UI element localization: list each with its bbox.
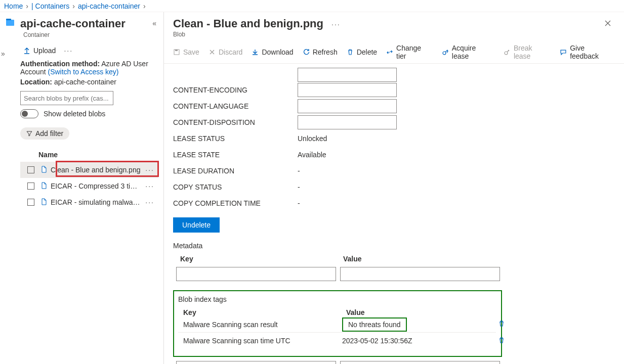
tag-key: Malware Scanning scan time UTC bbox=[183, 337, 342, 345]
download-label: Download bbox=[262, 48, 293, 56]
left-panel: » api-cache-container « Container Upload… bbox=[0, 12, 164, 364]
show-deleted-label: Show deleted blobs bbox=[44, 110, 105, 118]
discard-button: Discard bbox=[209, 48, 242, 56]
break-lease-label: Break lease bbox=[514, 44, 551, 60]
breadcrumb: Home › | Containers › api-cache-containe… bbox=[0, 0, 624, 12]
column-header-name[interactable]: Name bbox=[38, 151, 158, 159]
property-value: - bbox=[298, 167, 300, 175]
svg-rect-1 bbox=[6, 19, 11, 20]
breadcrumb-current[interactable]: api-cache-container bbox=[78, 2, 140, 10]
tags-value-header: Value bbox=[346, 308, 365, 316]
upload-button[interactable]: Upload bbox=[23, 47, 56, 55]
tag-key-input[interactable] bbox=[176, 361, 336, 364]
file-icon bbox=[40, 198, 48, 207]
blob-row[interactable]: EICAR - Compressed 3 time...··· bbox=[20, 178, 158, 194]
metadata-key-input[interactable] bbox=[176, 267, 336, 281]
right-panel: Clean - Blue and benign.png ··· Blob Sav… bbox=[164, 12, 624, 364]
acquire-lease-button[interactable]: Acquire lease bbox=[442, 44, 494, 60]
switch-access-key-link[interactable]: (Switch to Access key) bbox=[48, 68, 118, 76]
tag-value: 2023-05-02 15:30:56Z bbox=[342, 337, 496, 345]
give-feedback-button[interactable]: Give feedback bbox=[560, 44, 615, 60]
blob-row-more-icon[interactable]: ··· bbox=[141, 166, 158, 174]
discard-label: Discard bbox=[219, 48, 242, 56]
chevron-right-icon: › bbox=[143, 2, 146, 10]
add-filter-button[interactable]: Add filter bbox=[20, 127, 69, 140]
undelete-button[interactable]: Undelete bbox=[173, 217, 220, 233]
property-key: COPY COMPLETION TIME bbox=[173, 199, 298, 207]
blob-subtitle: Blob bbox=[164, 31, 624, 41]
close-button[interactable] bbox=[602, 17, 614, 31]
metadata-key-header: Key bbox=[180, 255, 343, 263]
blob-checkbox[interactable] bbox=[27, 166, 34, 173]
property-input[interactable] bbox=[298, 115, 397, 129]
property-value: - bbox=[298, 199, 300, 207]
blob-name[interactable]: EICAR - Compressed 3 time... bbox=[51, 182, 141, 190]
blob-row[interactable]: EICAR - simulating malware....··· bbox=[20, 194, 158, 210]
file-icon bbox=[40, 166, 48, 174]
container-title: api-cache-container bbox=[20, 17, 126, 30]
blob-name[interactable]: Clean - Blue and benign.png bbox=[51, 166, 141, 174]
property-row: CONTENT-ENCODING bbox=[173, 82, 615, 98]
property-input[interactable] bbox=[298, 99, 397, 113]
property-value: - bbox=[298, 183, 300, 191]
delete-label: Delete bbox=[357, 48, 377, 56]
refresh-button[interactable]: Refresh bbox=[303, 48, 338, 56]
blob-row-more-icon[interactable]: ··· bbox=[141, 182, 158, 190]
download-button[interactable]: Download bbox=[252, 48, 293, 56]
collapse-left-icon[interactable]: « bbox=[150, 17, 158, 29]
blob-content-scroll[interactable]: CONTENT-ENCODINGCONTENT-LANGUAGECONTENT-… bbox=[164, 64, 624, 364]
property-input[interactable] bbox=[298, 68, 397, 82]
property-value: Unlocked bbox=[298, 134, 327, 143]
breadcrumb-containers[interactable]: | Containers bbox=[31, 2, 69, 10]
location-label: Location: bbox=[20, 78, 52, 86]
blob-toolbar: Save Discard Download Refresh Delete Cha… bbox=[164, 41, 624, 64]
property-value: Available bbox=[298, 151, 326, 159]
property-row: CONTENT-LANGUAGE bbox=[173, 98, 615, 114]
tag-key: Malware Scanning scan result bbox=[183, 321, 342, 329]
show-deleted-toggle[interactable] bbox=[20, 109, 38, 118]
delete-tag-icon[interactable] bbox=[496, 320, 507, 329]
break-lease-button: Break lease bbox=[504, 44, 551, 60]
expand-left-icon[interactable]: » bbox=[1, 50, 5, 58]
acquire-lease-label: Acquire lease bbox=[452, 44, 494, 60]
blob-checkbox[interactable] bbox=[27, 199, 34, 206]
container-subtitle: Container bbox=[23, 31, 163, 38]
blob-name[interactable]: EICAR - simulating malware.... bbox=[51, 198, 141, 206]
tag-value-highlight: No threats found bbox=[342, 317, 407, 332]
property-input[interactable] bbox=[298, 83, 397, 97]
delete-tag-icon[interactable] bbox=[496, 337, 507, 345]
more-icon[interactable]: ··· bbox=[61, 47, 76, 55]
tags-key-header: Key bbox=[183, 308, 346, 316]
delete-button[interactable]: Delete bbox=[347, 48, 377, 56]
tag-value: No threats found bbox=[342, 317, 496, 332]
property-key: LEASE DURATION bbox=[173, 167, 298, 175]
breadcrumb-home[interactable]: Home bbox=[4, 2, 23, 10]
property-key: LEASE STATUS bbox=[173, 134, 298, 143]
svg-rect-3 bbox=[175, 50, 178, 51]
property-key: LEASE STATE bbox=[173, 151, 298, 159]
blob-more-icon[interactable]: ··· bbox=[331, 17, 341, 28]
tag-value-input[interactable] bbox=[340, 361, 500, 364]
blob-title: Clean - Blue and benign.png bbox=[173, 17, 323, 30]
tag-row: Malware Scanning scan resultNo threats f… bbox=[178, 316, 496, 333]
change-tier-button[interactable]: Change tier bbox=[386, 44, 433, 60]
property-row: LEASE STATUSUnlocked bbox=[173, 130, 615, 147]
auth-method-row: Authentication method: Azure AD User Acc… bbox=[20, 60, 158, 76]
upload-label: Upload bbox=[33, 47, 56, 55]
blob-index-tags-section: Blob index tags Key Value Malware Scanni… bbox=[173, 290, 502, 357]
change-tier-label: Change tier bbox=[396, 44, 433, 60]
property-row: COPY STATUS- bbox=[173, 179, 615, 195]
add-filter-label: Add filter bbox=[35, 129, 63, 138]
search-blobs-input[interactable] bbox=[20, 91, 113, 105]
feedback-label: Give feedback bbox=[570, 44, 615, 60]
property-key: CONTENT-DISPOSITION bbox=[173, 118, 298, 126]
metadata-value-header: Value bbox=[343, 255, 362, 263]
metadata-value-input[interactable] bbox=[340, 267, 500, 281]
tag-row: Malware Scanning scan time UTC2023-05-02… bbox=[178, 333, 496, 349]
blob-row[interactable]: Clean - Blue and benign.png··· bbox=[20, 162, 158, 178]
refresh-label: Refresh bbox=[313, 48, 338, 56]
blob-checkbox[interactable] bbox=[27, 183, 34, 190]
blob-row-more-icon[interactable]: ··· bbox=[141, 198, 158, 206]
property-row: CONTENT-DISPOSITION bbox=[173, 114, 615, 130]
save-button: Save bbox=[173, 48, 199, 56]
